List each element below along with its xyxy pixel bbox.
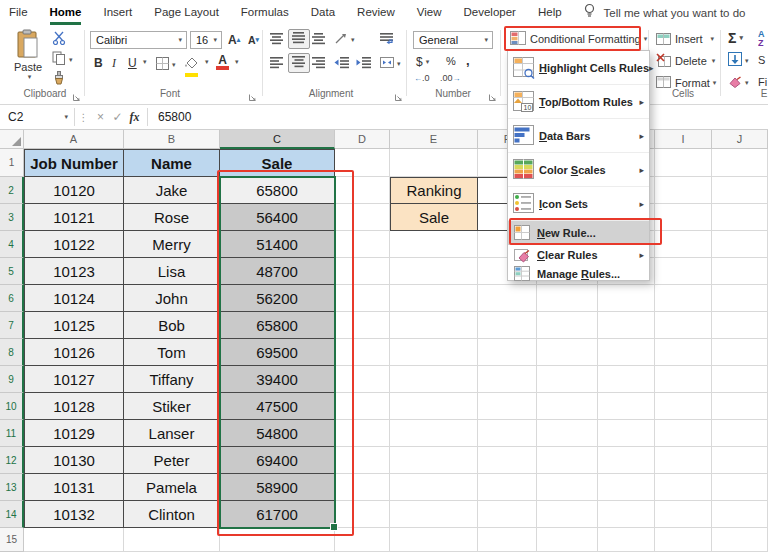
cell-C8[interactable]: 69500 (220, 339, 335, 366)
cell-J13[interactable] (712, 474, 768, 501)
cell-H10[interactable] (598, 393, 655, 420)
select-all-corner[interactable] (0, 130, 24, 149)
align-right-button[interactable] (312, 55, 326, 73)
cell-D14[interactable] (335, 501, 390, 528)
insert-cells-button[interactable]: Insert▾ (656, 31, 714, 47)
italic-button[interactable]: I (112, 56, 116, 71)
cell-E15[interactable] (390, 528, 478, 552)
cell-J10[interactable] (712, 393, 768, 420)
font-name-combo[interactable]: Calibri▾ (90, 31, 187, 49)
cell-I11[interactable] (655, 420, 712, 447)
cell-I3[interactable] (655, 204, 712, 231)
comma-button[interactable]: , (466, 53, 470, 68)
cell-H12[interactable] (598, 447, 655, 474)
sort-filter-icon[interactable]: AZ (758, 29, 768, 49)
font-color-dropdown[interactable]: ▾ (232, 58, 239, 66)
cell-J7[interactable] (712, 312, 768, 339)
cell-B13[interactable]: Pamela (124, 474, 220, 501)
cell-J3[interactable] (712, 204, 768, 231)
cell-F12[interactable] (478, 447, 537, 474)
cell-A1[interactable]: Job Number (24, 149, 124, 177)
row-header-3[interactable]: 3 (0, 204, 24, 231)
font-size-combo[interactable]: 16▾ (190, 31, 222, 49)
cell-B5[interactable]: Lisa (124, 258, 220, 285)
cell-H14[interactable] (598, 501, 655, 528)
cell-I13[interactable] (655, 474, 712, 501)
cell-J5[interactable] (712, 258, 768, 285)
row-header-1[interactable]: 1 (0, 149, 24, 177)
cell-A10[interactable]: 10128 (24, 393, 124, 420)
underline-dropdown[interactable]: ▾ (140, 58, 147, 66)
column-header-A[interactable]: A (24, 130, 124, 149)
column-header-B[interactable]: B (124, 130, 220, 149)
menu-tab-page-layout[interactable]: Page Layout (154, 0, 219, 25)
format-painter-button[interactable] (52, 71, 66, 89)
cell-J2[interactable] (712, 177, 768, 204)
cell-G11[interactable] (537, 420, 598, 447)
cell-A5[interactable]: 10123 (24, 258, 124, 285)
cell-F10[interactable] (478, 393, 537, 420)
cell-I5[interactable] (655, 258, 712, 285)
grow-font-button[interactable]: A▴ (228, 33, 240, 47)
increase-decimal-button[interactable]: ←.0 (414, 73, 430, 83)
cell-E14[interactable] (390, 501, 478, 528)
cell-D3[interactable] (335, 204, 390, 231)
cell-C13[interactable]: 58900 (220, 474, 335, 501)
cell-A9[interactable]: 10127 (24, 366, 124, 393)
cell-E9[interactable] (390, 366, 478, 393)
cell-C11[interactable]: 54800 (220, 420, 335, 447)
menu-tab-data[interactable]: Data (311, 0, 335, 25)
cell-A7[interactable]: 10125 (24, 312, 124, 339)
cell-D9[interactable] (335, 366, 390, 393)
cell-B12[interactable]: Peter (124, 447, 220, 474)
cell-H6[interactable] (598, 285, 655, 312)
cell-I8[interactable] (655, 339, 712, 366)
cell-A11[interactable]: 10129 (24, 420, 124, 447)
menu-item-new-rule[interactable]: New Rule... (508, 221, 649, 245)
cell-J9[interactable] (712, 366, 768, 393)
cell-G14[interactable] (537, 501, 598, 528)
cell-I15[interactable] (655, 528, 712, 552)
tell-me[interactable]: Tell me what you want to do (583, 3, 746, 22)
cell-J1[interactable] (712, 149, 768, 177)
menu-item-data-bars[interactable]: Data Bars▸ (508, 119, 649, 153)
decrease-indent-button[interactable] (334, 55, 350, 73)
name-box[interactable]: C2 ▾ (0, 105, 74, 130)
row-header-6[interactable]: 6 (0, 285, 24, 312)
cell-E2[interactable]: Ranking (390, 177, 478, 204)
cell-E8[interactable] (390, 339, 478, 366)
fill-color-dropdown[interactable]: ▾ (202, 58, 209, 66)
cell-D7[interactable] (335, 312, 390, 339)
cell-G9[interactable] (537, 366, 598, 393)
cell-B8[interactable]: Tom (124, 339, 220, 366)
cell-J15[interactable] (712, 528, 768, 552)
name-box-dropdown-arrow[interactable]: ▾ (64, 113, 68, 121)
cancel-icon[interactable]: × (92, 110, 109, 124)
cell-C4[interactable]: 51400 (220, 231, 335, 258)
cell-I6[interactable] (655, 285, 712, 312)
font-color-button[interactable]: A (216, 55, 229, 70)
row-header-4[interactable]: 4 (0, 231, 24, 258)
column-header-J[interactable]: J (712, 130, 768, 149)
column-header-E[interactable]: E (390, 130, 478, 149)
increase-indent-button[interactable] (356, 55, 372, 73)
cell-I1[interactable] (655, 149, 712, 177)
cell-I14[interactable] (655, 501, 712, 528)
cell-D4[interactable] (335, 231, 390, 258)
cell-C3[interactable]: 56400 (220, 204, 335, 231)
menu-item-color-scales[interactable]: Color Scales▸ (508, 153, 649, 187)
menu-item-icon-sets[interactable]: Icon Sets▸ (508, 187, 649, 221)
cell-G12[interactable] (537, 447, 598, 474)
cell-C9[interactable]: 39400 (220, 366, 335, 393)
clear-button[interactable]: ▾ (728, 74, 749, 92)
menu-tab-review[interactable]: Review (357, 0, 395, 25)
cell-B14[interactable]: Clinton (124, 501, 220, 528)
cell-D11[interactable] (335, 420, 390, 447)
cell-E12[interactable] (390, 447, 478, 474)
cell-C10[interactable]: 47500 (220, 393, 335, 420)
cell-A14[interactable]: 10132 (24, 501, 124, 528)
cell-E4[interactable] (390, 231, 478, 258)
menu-tab-help[interactable]: Help (538, 0, 562, 25)
column-header-C[interactable]: C (220, 130, 335, 149)
cell-B15[interactable] (124, 528, 220, 552)
